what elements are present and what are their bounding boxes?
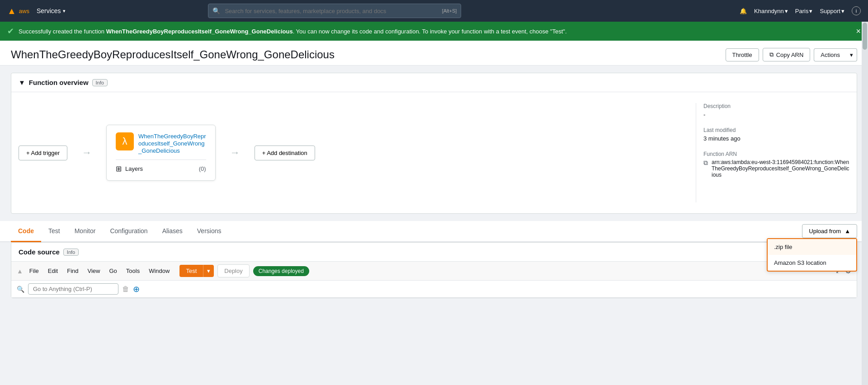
code-source-title: Code source [19,248,60,256]
bell-icon[interactable]: 🔔 [740,8,747,14]
editor-add-icon[interactable]: ⊕ [133,284,140,294]
search-hint: [Alt+S] [442,8,457,14]
menu-window[interactable]: Window [146,267,172,275]
menu-go[interactable]: Go [106,267,119,275]
throttle-label: Throttle [732,52,752,58]
copy-arn-label: Copy ARN [776,52,804,58]
function-overview-section: ▼ Function overview Info + Add trigger →… [11,73,857,214]
layers-stack-icon: ⊞ [116,164,122,173]
code-source-header: Code source Info [11,243,857,262]
success-icon: ✔ [7,26,14,36]
region-chevron-icon: ▾ [809,8,812,14]
top-navigation: ▲ aws Services ▾ 🔍 [Alt+S] 🔔 Khanndynn ▾… [0,0,868,22]
services-menu[interactable]: Services ▾ [37,7,66,14]
deploy-label: Deploy [224,268,242,274]
add-trigger-button[interactable]: + Add trigger [19,146,67,160]
actions-chevron-icon: ▾ [850,52,853,58]
search-bar: 🔍 [Alt+S] [208,4,461,18]
left-arrow-connector: → [82,147,92,159]
tab-code[interactable]: Code [11,221,41,242]
function-box: λ WhenTheGreedyBoyReproducesItself_GoneW… [106,125,216,181]
last-modified-row: Last modified 3 minutes ago [703,127,849,142]
test-caret-button[interactable]: ▾ [203,265,214,277]
upload-s3-option[interactable]: Amazon S3 location [768,255,856,271]
test-caret-icon: ▾ [207,268,210,274]
menu-tools[interactable]: Tools [123,267,142,275]
menu-find[interactable]: Find [64,267,81,275]
user-menu[interactable]: Khanndynn ▾ [754,8,788,14]
deploy-button[interactable]: Deploy [217,264,249,277]
search-icon: 🔍 [212,7,220,14]
layers-count: (0) [199,165,206,172]
collapse-icon[interactable]: ▼ [19,79,25,86]
test-button-group: Test ▾ [179,265,214,277]
info-badge[interactable]: Info [92,79,108,86]
function-arn-value: arn:aws:lambda:eu-west-3:116945984021:fu… [712,159,849,178]
success-banner: ✔ Successfully created the function When… [0,22,868,41]
user-chevron-icon: ▾ [785,8,788,14]
editor-delete-icon[interactable]: 🗑 [122,285,129,293]
menu-file[interactable]: File [27,267,42,275]
scrollbar[interactable] [862,22,868,305]
upload-from-label: Upload from [809,228,841,235]
actions-label: Actions [821,52,840,58]
tabs-bar: Code Test Monitor Configuration Aliases … [0,221,868,242]
scrollbar-thumb[interactable] [863,23,867,50]
function-meta: Description - Last modified 3 minutes ag… [696,103,849,202]
actions-button[interactable]: Actions [814,48,846,61]
test-button[interactable]: Test [179,265,203,277]
layers-label: Layers [125,165,143,172]
editor-search-input[interactable] [28,283,118,295]
info-circle-icon[interactable]: i [852,6,861,15]
region-menu[interactable]: Paris ▾ [795,8,813,14]
function-diagram: + Add trigger → λ WhenTheGreedyBoyReprod… [19,103,685,202]
tab-test[interactable]: Test [41,221,67,242]
support-chevron-icon: ▾ [841,8,844,14]
trigger-area: + Add trigger [19,146,67,160]
last-modified-value: 3 minutes ago [703,135,849,142]
page-actions: Throttle ⧉ Copy ARN Actions ▾ [726,48,857,61]
function-box-name[interactable]: WhenTheGreedyBoyReproducesItself_GoneWro… [138,133,206,154]
function-box-header: λ WhenTheGreedyBoyReproducesItself_GoneW… [116,132,206,154]
upload-dropdown: .zip file Amazon S3 location [767,238,857,272]
description-label: Description [703,103,849,109]
menu-view[interactable]: View [85,267,103,275]
tab-configuration[interactable]: Configuration [103,221,155,242]
add-destination-label: + Add destination [262,150,307,156]
section-header: ▼ Function overview Info [11,73,857,92]
upload-zip-file-option[interactable]: .zip file [768,239,856,255]
editor-toolbar: ▲ File Edit Find View Go Tools Window Te… [11,262,857,281]
test-label: Test [186,268,197,274]
support-label: Support [820,8,840,14]
upload-from-area: .zip file Amazon S3 location Upload from… [802,224,857,238]
add-destination-button[interactable]: + Add destination [255,146,315,160]
deployed-badge: Changes deployed [253,266,309,276]
function-arn-label: Function ARN [703,151,849,157]
services-label: Services [37,7,61,14]
add-trigger-label: + Add trigger [26,150,60,156]
lambda-icon: λ [116,132,134,150]
aws-logo[interactable]: ▲ aws [7,6,29,16]
destination-area: + Add destination [255,146,315,160]
copy-arn-button[interactable]: ⧉ Copy ARN [763,48,811,61]
tab-versions[interactable]: Versions [190,221,229,242]
arn-copy-icon[interactable]: ⧉ [703,159,708,167]
section-title: Function overview [29,79,89,86]
page-title: WhenTheGreedyBoyReproducesItself_GoneWro… [11,48,335,61]
actions-caret-button[interactable]: ▾ [846,48,857,61]
upload-from-caret-icon: ▲ [844,228,850,235]
support-menu[interactable]: Support ▾ [820,8,844,14]
section-body: + Add trigger → λ WhenTheGreedyBoyReprod… [11,92,857,213]
code-source-info-badge[interactable]: Info [63,249,79,256]
upload-from-button[interactable]: Upload from ▲ [802,224,857,238]
tab-monitor[interactable]: Monitor [67,221,103,242]
menu-edit[interactable]: Edit [45,267,61,275]
code-source-section: Code source Info ▲ File Edit Find View G… [11,242,857,298]
search-input[interactable] [208,4,461,18]
throttle-button[interactable]: Throttle [726,48,759,61]
banner-function-name: WhenTheGreedyBoyReproducesItself_GoneWro… [106,28,293,35]
editor-search-icon: 🔍 [17,286,24,293]
banner-close-button[interactable]: × [856,27,861,36]
lambda-symbol: λ [123,136,127,147]
tab-aliases[interactable]: Aliases [155,221,190,242]
